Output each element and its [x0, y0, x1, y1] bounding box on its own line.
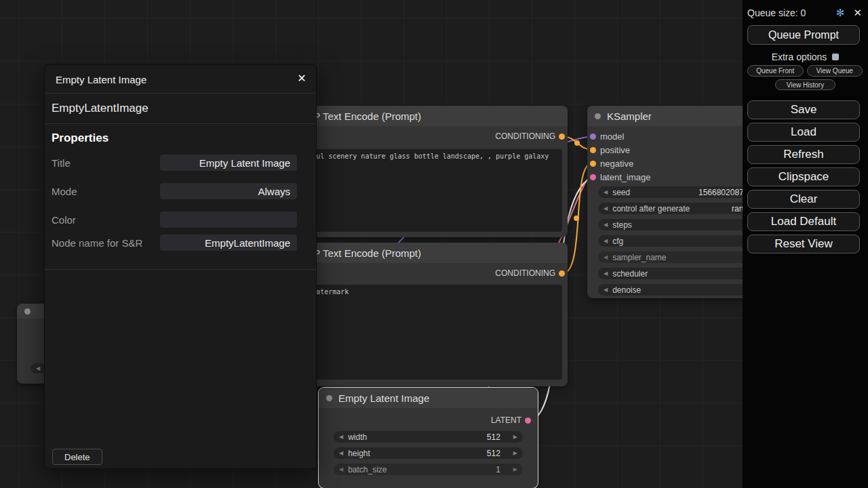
- comfy-menu: Queue size: 0 ✻ ✕ Queue Prompt Extra opt…: [743, 0, 868, 488]
- sampler-name-widget[interactable]: ◀ sampler_name: [598, 251, 764, 263]
- widget-label: sampler_name: [612, 253, 666, 262]
- property-row-title: Title Empty Latent Image: [52, 155, 297, 171]
- conditioning-output-dot[interactable]: [559, 270, 565, 277]
- close-icon[interactable]: ✕: [292, 68, 312, 88]
- conditioning-output-dot[interactable]: [559, 134, 565, 140]
- node-title-bar[interactable]: CLIP Text Encode (Prompt): [278, 106, 568, 126]
- increment-arrow-icon[interactable]: ▶: [513, 466, 517, 472]
- input-label: model: [600, 131, 624, 142]
- output-slot-latent: LATENT: [319, 412, 538, 428]
- view-history-button[interactable]: View History: [775, 79, 835, 90]
- node-title-bar[interactable]: Empty Latent Image: [319, 388, 538, 408]
- load-default-button[interactable]: Load Default: [747, 212, 860, 231]
- divider: [45, 93, 316, 94]
- widget-value: 512: [487, 449, 500, 458]
- widget-label: scheduler: [612, 269, 648, 279]
- negative-input-dot[interactable]: [590, 161, 596, 167]
- output-slot-conditioning: CONDITIONING: [278, 263, 568, 283]
- property-label: Mode: [52, 186, 77, 197]
- node-title: Empty Latent Image: [338, 392, 429, 404]
- extra-options-checkbox[interactable]: [832, 54, 839, 60]
- color-input[interactable]: [160, 211, 297, 228]
- property-row-color: Color: [52, 211, 297, 228]
- view-queue-button[interactable]: View Queue: [807, 65, 863, 77]
- output-label: CONDITIONING: [495, 268, 555, 278]
- increment-arrow-icon[interactable]: ▶: [513, 434, 517, 440]
- scheduler-widget[interactable]: ◀ scheduler: [598, 268, 764, 279]
- prompt-textarea[interactable]: text, watermark: [283, 285, 562, 380]
- prompt-textarea[interactable]: beautiful scenery nature glass bottle la…: [283, 149, 562, 232]
- node-type-label: EmptyLatentImage: [52, 102, 149, 115]
- link-midpoint-dot: [574, 216, 579, 221]
- widget-label: cfg: [612, 237, 623, 246]
- increment-arrow-icon[interactable]: ▶: [513, 450, 517, 456]
- node-properties-dialog: Empty Latent Image ✕ EmptyLatentImage Pr…: [44, 64, 317, 469]
- output-label: CONDITIONING: [495, 131, 555, 141]
- decrement-arrow-icon[interactable]: ◀: [339, 434, 343, 440]
- batch-size-widget[interactable]: ◀ batch_size 1 ▶: [334, 464, 523, 475]
- collapse-dot-icon[interactable]: [326, 395, 332, 401]
- refresh-button[interactable]: Refresh: [747, 145, 860, 164]
- positive-input-dot[interactable]: [590, 147, 596, 153]
- output-label: LATENT: [491, 415, 521, 425]
- decrement-arrow-icon[interactable]: ◀: [339, 450, 343, 456]
- denoise-widget[interactable]: ◀ denoise: [598, 284, 764, 296]
- seed-widget[interactable]: ◀ seed 1566802087: [598, 186, 764, 198]
- control-after-generate-widget[interactable]: ◀ control after generate rand: [598, 203, 764, 214]
- queue-prompt-button[interactable]: Queue Prompt: [747, 25, 860, 45]
- save-button[interactable]: Save: [747, 100, 860, 119]
- decrement-arrow-icon[interactable]: ◀: [604, 222, 608, 228]
- queue-front-button[interactable]: Queue Front: [747, 65, 804, 77]
- decrement-arrow-icon[interactable]: ◀: [604, 238, 608, 244]
- clear-button[interactable]: Clear: [747, 190, 860, 209]
- close-icon[interactable]: ✕: [853, 7, 862, 19]
- queue-size-label: Queue size: 0: [747, 7, 806, 18]
- node-clip-text-encode-positive[interactable]: CLIP Text Encode (Prompt) CONDITIONING b…: [278, 106, 568, 237]
- model-input-dot[interactable]: [590, 134, 596, 140]
- widget-value: 1: [496, 465, 500, 474]
- widget-label: steps: [612, 220, 632, 230]
- node-title-bar[interactable]: CLIP Text Encode (Prompt): [278, 243, 568, 263]
- input-label: positive: [600, 145, 630, 155]
- width-widget[interactable]: ◀ width 512 ▶: [334, 431, 523, 443]
- widget-label: width: [348, 432, 367, 442]
- delete-button[interactable]: Delete: [52, 449, 102, 465]
- decrement-arrow-icon[interactable]: ◀: [339, 466, 343, 472]
- dialog-title: Empty Latent Image: [56, 67, 146, 92]
- decrement-arrow-icon[interactable]: ◀: [604, 287, 608, 293]
- node-title: KSampler: [607, 110, 652, 122]
- decrement-arrow-icon[interactable]: ◀: [604, 205, 608, 211]
- cfg-widget[interactable]: ◀ cfg: [598, 235, 764, 247]
- decrement-arrow-icon[interactable]: ◀: [604, 270, 608, 277]
- property-label: Title: [52, 157, 71, 169]
- load-button[interactable]: Load: [747, 123, 860, 142]
- output-slot-conditioning: CONDITIONING: [278, 126, 568, 146]
- title-input[interactable]: Empty Latent Image: [160, 155, 297, 171]
- mode-select[interactable]: Always: [160, 183, 297, 199]
- decrement-arrow-icon[interactable]: ◀: [604, 189, 608, 195]
- collapse-dot-icon[interactable]: [595, 113, 601, 119]
- property-label: Node name for S&R: [52, 237, 142, 249]
- clipspace-button[interactable]: Clipspace: [747, 167, 860, 186]
- node-name-input[interactable]: EmptyLatentImage: [160, 235, 297, 251]
- divider: [45, 269, 316, 270]
- reset-view-button[interactable]: Reset View: [747, 235, 860, 253]
- node-clip-text-encode-negative[interactable]: CLIP Text Encode (Prompt) CONDITIONING t…: [278, 243, 568, 386]
- widget-value: 512: [487, 432, 500, 442]
- property-label: Color: [52, 214, 76, 226]
- latent-input-dot[interactable]: [590, 174, 596, 180]
- collapse-dot-icon[interactable]: [24, 308, 31, 314]
- node-editor-canvas[interactable]: ◀ CLIP Text Encode (Prompt) CONDITIONING…: [0, 0, 868, 488]
- decrement-arrow-icon[interactable]: ◀: [36, 365, 40, 371]
- divider: [45, 123, 316, 124]
- node-empty-latent-image[interactable]: Empty Latent Image LATENT ◀ width 512 ▶ …: [319, 388, 538, 488]
- height-widget[interactable]: ◀ height 512 ▶: [334, 447, 523, 459]
- widget-label: seed: [612, 188, 630, 197]
- latent-output-dot[interactable]: [525, 418, 531, 424]
- extra-options-label: Extra options: [772, 52, 827, 62]
- widget-label: control after generate: [612, 204, 690, 214]
- queue-size-row: Queue size: 0 ✻ ✕: [747, 7, 862, 19]
- steps-widget[interactable]: ◀ steps: [598, 219, 764, 230]
- decrement-arrow-icon[interactable]: ◀: [604, 254, 608, 260]
- settings-gear-icon[interactable]: ✻: [836, 7, 845, 19]
